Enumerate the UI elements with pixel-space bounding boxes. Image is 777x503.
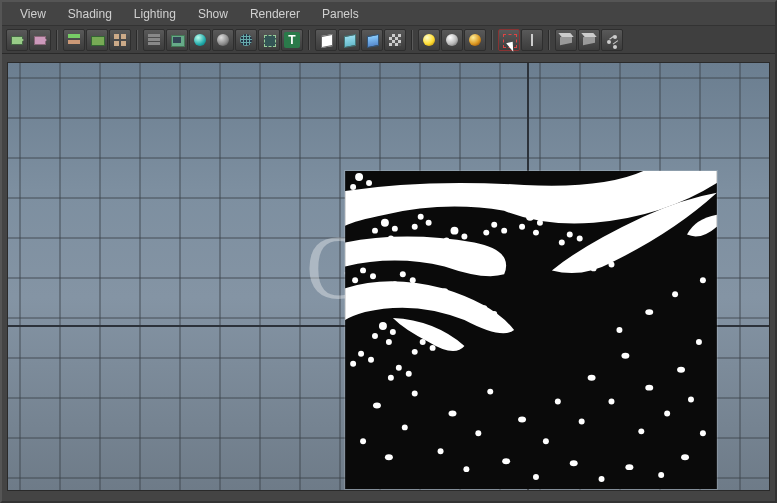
svg-point-112 <box>533 474 539 480</box>
svg-point-54 <box>567 232 573 238</box>
svg-point-73 <box>473 315 479 321</box>
svg-point-75 <box>390 329 396 335</box>
shadows-button[interactable] <box>464 29 486 51</box>
gate-mask-button[interactable] <box>212 29 234 51</box>
film-gate-button[interactable] <box>166 29 188 51</box>
menu-lighting[interactable]: Lighting <box>124 3 186 25</box>
svg-point-121 <box>700 277 706 283</box>
lock-camera-button[interactable] <box>29 29 51 51</box>
svg-point-107 <box>438 448 444 454</box>
svg-point-65 <box>392 281 398 287</box>
svg-point-120 <box>672 291 678 297</box>
mesh-icon <box>238 32 254 48</box>
use-all-lights-button[interactable] <box>384 29 406 51</box>
menu-panels[interactable]: Panels <box>312 3 369 25</box>
bookmarks-button[interactable] <box>63 29 85 51</box>
svg-point-62 <box>352 277 358 283</box>
svg-point-103 <box>664 410 670 416</box>
svg-point-105 <box>688 397 694 403</box>
stack-icon <box>146 32 162 48</box>
svg-point-86 <box>388 375 394 381</box>
wireframe-button[interactable] <box>315 29 337 51</box>
svg-point-44 <box>461 234 467 240</box>
bookmarks-icon <box>66 32 82 48</box>
svg-point-46 <box>457 244 463 250</box>
image-plane-button[interactable] <box>86 29 108 51</box>
svg-point-34 <box>366 180 372 186</box>
svg-point-96 <box>588 375 596 381</box>
cube-white-icon <box>318 32 334 48</box>
sphere-grey-icon <box>215 32 231 48</box>
light-gold-icon <box>467 32 483 48</box>
svg-point-87 <box>373 403 381 409</box>
textured-button[interactable] <box>361 29 383 51</box>
flat-light-button[interactable] <box>441 29 463 51</box>
svg-point-74 <box>379 322 387 330</box>
menu-show[interactable]: Show <box>188 3 238 25</box>
svg-point-78 <box>420 339 426 345</box>
text-icon <box>284 32 300 48</box>
camera-icon <box>9 32 25 48</box>
default-light-button[interactable] <box>418 29 440 51</box>
svg-point-51 <box>537 220 543 226</box>
svg-point-77 <box>386 339 392 345</box>
toolbar-separator <box>136 30 138 50</box>
svg-point-90 <box>449 410 457 416</box>
isolate-select-button[interactable] <box>498 29 520 51</box>
vbar-button[interactable] <box>521 29 543 51</box>
svg-point-79 <box>430 345 436 351</box>
svg-point-72 <box>491 311 497 317</box>
safe-action-button[interactable] <box>258 29 280 51</box>
menu-shading[interactable]: Shading <box>58 3 122 25</box>
safe-title-button[interactable] <box>281 29 303 51</box>
sphere-teal-icon <box>192 32 208 48</box>
svg-point-57 <box>598 254 606 262</box>
grid-icon <box>112 32 128 48</box>
panel-menubar: View Shading Lighting Show Renderer Pane… <box>2 2 775 26</box>
svg-point-94 <box>555 399 561 405</box>
svg-point-116 <box>658 472 664 478</box>
toolbar-separator <box>491 30 493 50</box>
two-side-lighting-button[interactable] <box>109 29 131 51</box>
field-chart-button[interactable] <box>235 29 257 51</box>
svg-point-58 <box>609 261 615 267</box>
xray-button[interactable] <box>555 29 577 51</box>
svg-point-70 <box>448 305 454 311</box>
svg-point-117 <box>700 430 706 436</box>
toolbar-separator <box>56 30 58 50</box>
svg-point-48 <box>501 228 507 234</box>
xray-joints-button[interactable] <box>578 29 600 51</box>
svg-point-64 <box>410 277 416 283</box>
svg-point-43 <box>451 227 459 235</box>
svg-point-119 <box>616 327 622 333</box>
svg-point-45 <box>444 238 450 244</box>
viewport[interactable]: Gx <box>7 62 770 491</box>
grid-toggle-button[interactable] <box>143 29 165 51</box>
cube-blue-icon <box>364 32 380 48</box>
svg-point-85 <box>406 371 412 377</box>
svg-point-104 <box>696 339 702 345</box>
menu-view[interactable]: View <box>10 3 56 25</box>
svg-point-110 <box>463 466 469 472</box>
light-yellow-icon <box>421 32 437 48</box>
light-silver-icon <box>444 32 460 48</box>
bar-icon <box>524 32 540 48</box>
xray-box-icon <box>261 32 277 48</box>
share-view-button[interactable] <box>601 29 623 51</box>
svg-point-52 <box>519 224 525 230</box>
svg-point-91 <box>487 389 493 395</box>
menu-renderer[interactable]: Renderer <box>240 3 310 25</box>
textured-plane[interactable] <box>344 170 718 490</box>
svg-point-37 <box>392 226 398 232</box>
svg-point-106 <box>385 454 393 460</box>
select-camera-button[interactable] <box>6 29 28 51</box>
svg-point-115 <box>681 454 689 460</box>
svg-point-53 <box>533 230 539 236</box>
svg-point-41 <box>426 220 432 226</box>
smooth-shade-button[interactable] <box>338 29 360 51</box>
resolution-gate-button[interactable] <box>189 29 211 51</box>
svg-point-88 <box>412 391 418 397</box>
svg-point-38 <box>372 228 378 234</box>
svg-point-40 <box>418 214 424 220</box>
toolbar-separator <box>308 30 310 50</box>
